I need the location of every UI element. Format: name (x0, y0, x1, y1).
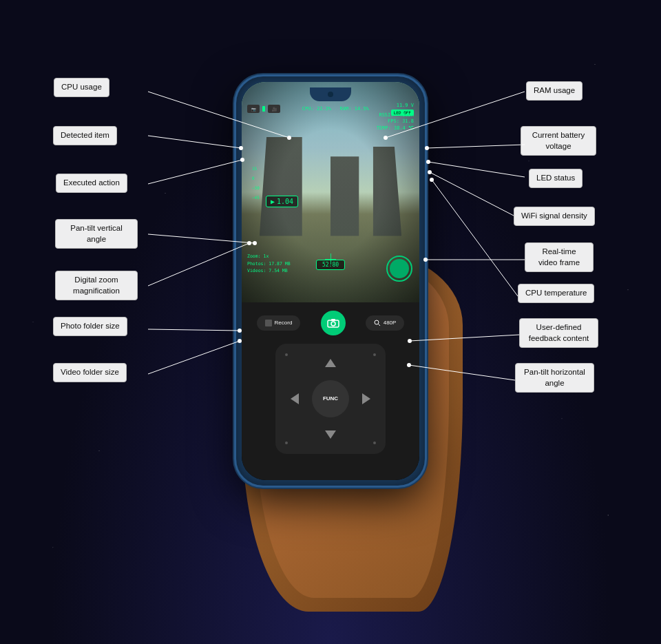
resolution-label: 480P (384, 320, 397, 326)
cpu-value: CPU: 22.3% (302, 106, 331, 112)
control-panel: Record (242, 302, 419, 480)
label-digital-zoom: Digital zoommagnification (55, 271, 138, 300)
main-container: CPU usage Detected item Executed action … (0, 0, 661, 644)
label-user-feedback: User-definedfeedback content (519, 318, 598, 348)
shutter-circle-button[interactable] (386, 256, 412, 282)
label-wifi-signal: WiFi signal density (514, 207, 595, 226)
dpad-dot-br (373, 442, 376, 444)
phone-wrapper: 📷 🎥 CPU: 22.3% RAM: 14.5% 11.9 V (213, 74, 448, 570)
dpad-right-button[interactable] (355, 388, 377, 410)
hud-icons-left: 📷 🎥 (247, 105, 280, 113)
ram-value: RAM: 14.5% (340, 106, 369, 112)
phone-notch (310, 87, 351, 101)
zoom-arrow-icon: ▶ (271, 198, 275, 205)
zoom-value-box: ▶ 1.04 (266, 196, 298, 207)
camera-svg-icon (327, 318, 339, 328)
scale-0: 0 (252, 174, 260, 183)
phone-frame: 📷 🎥 CPU: 22.3% RAM: 14.5% 11.9 V (234, 74, 427, 488)
svg-point-31 (331, 322, 335, 326)
scale-15: 15 (252, 165, 260, 173)
label-led-status: LED status (529, 169, 583, 188)
dpad-container: FUNC (275, 344, 386, 454)
up-arrow-icon (325, 359, 336, 367)
front-camera (328, 92, 333, 97)
down-arrow-icon (325, 430, 336, 439)
status-indicator (262, 106, 265, 112)
label-cpu-usage: CPU usage (54, 78, 109, 97)
photos-label: Photos: 17.87 MB (247, 260, 291, 267)
label-pan-tilt-horizontal: Pan-tilt horizontalangle (515, 363, 594, 393)
record-button[interactable]: Record (257, 315, 301, 331)
label-battery-voltage: Current batteryvoltage (521, 126, 596, 156)
volume-up-button[interactable] (234, 159, 236, 180)
svg-point-33 (375, 320, 379, 324)
power-button[interactable] (425, 180, 427, 207)
right-arrow-icon (362, 393, 370, 404)
hud-overlay: 📷 🎥 CPU: 22.3% RAM: 14.5% 11.9 V (242, 82, 419, 302)
hud-right-stats: RSSI: -42dBm FPS: 31.8 TEMP: 38.4 ℃ (377, 112, 414, 132)
dpad-dot-tl (285, 353, 288, 356)
func-label: FUNC (323, 395, 338, 402)
svg-line-34 (378, 324, 380, 326)
shutter-inner (390, 259, 409, 278)
dpad-down-button[interactable] (319, 424, 342, 446)
label-detected-item: Detected item (53, 126, 117, 145)
zoom-icon (374, 320, 381, 326)
mode-icon: 📷 (247, 105, 260, 113)
battery-value-text: 11.9 V (397, 103, 414, 108)
record-label: Record (275, 320, 293, 326)
temp-value: TEMP: 38.4 ℃ (377, 125, 414, 132)
func-button[interactable]: FUNC (312, 380, 349, 417)
left-arrow-icon (291, 393, 299, 404)
fps-value: FPS: 31.8 (377, 118, 414, 125)
label-pan-tilt-vertical: Pan-tilt verticalangle (55, 219, 138, 249)
hud-info-bottom: Zoom: 1x Photos: 17.87 MB Videos: 7.54 M… (247, 253, 291, 274)
label-cpu-temp: CPU temperature (518, 284, 594, 303)
crosshair (325, 253, 336, 264)
label-video-folder: Video folder size (53, 363, 127, 382)
hud-cpu-ram: CPU: 22.3% RAM: 14.5% (302, 106, 369, 112)
pan-tilt-scale: 15 0 −30 −45 (252, 165, 260, 202)
resolution-button[interactable]: 480P (366, 315, 405, 331)
dpad-left-button[interactable] (284, 388, 306, 410)
rssi-value: RSSI: -42dBm (377, 112, 414, 119)
label-executed-action: Executed action (56, 174, 127, 193)
videos-label: Videos: 7.54 MB (247, 267, 291, 274)
label-realtime-frame: Real-timevideo frame (525, 242, 594, 272)
volume-down-button[interactable] (234, 187, 236, 207)
camera-mode-icon: 🎥 (268, 105, 280, 113)
scale-minus30: −30 (252, 184, 260, 192)
phone-inner: 📷 🎥 CPU: 22.3% RAM: 14.5% 11.9 V (242, 82, 419, 480)
record-icon (265, 320, 272, 326)
label-photo-folder: Photo folder size (53, 317, 127, 336)
dpad-dot-bl (285, 442, 288, 444)
camera-screen: 📷 🎥 CPU: 22.3% RAM: 14.5% 11.9 V (242, 82, 419, 302)
scale-minus45: −45 (252, 194, 260, 202)
zoom-magnification-value: 1.04 (277, 198, 293, 205)
control-bar-top: Record (249, 308, 412, 335)
svg-rect-32 (331, 319, 335, 321)
take-photo-button[interactable] (321, 311, 346, 335)
dpad-up-button[interactable] (319, 352, 342, 374)
label-ram-usage: RAM usage (526, 81, 583, 101)
zoom-label: Zoom: 1x (247, 253, 291, 260)
dpad-dot-tr (373, 353, 376, 356)
